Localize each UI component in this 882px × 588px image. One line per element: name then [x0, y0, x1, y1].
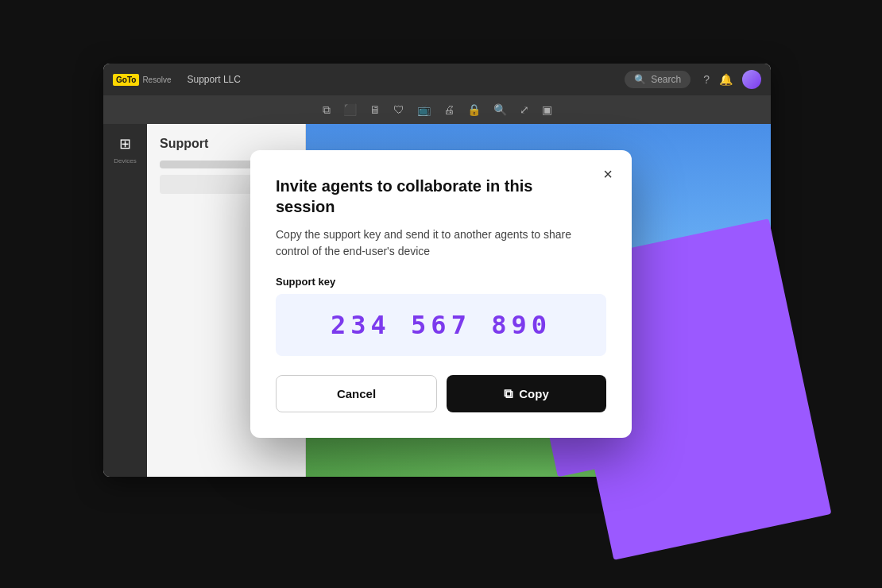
invite-modal: × Invite agents to collaborate in this s…: [250, 150, 632, 438]
modal-overlay: × Invite agents to collaborate in this s…: [0, 0, 882, 588]
copy-icon: ⧉: [504, 387, 513, 401]
copy-label: Copy: [519, 387, 549, 400]
modal-close-button[interactable]: ×: [600, 163, 616, 185]
copy-button[interactable]: ⧉ Copy: [447, 375, 606, 412]
modal-description: Copy the support key and send it to anot…: [276, 226, 606, 260]
cancel-button[interactable]: Cancel: [276, 375, 437, 412]
support-key-label: Support key: [276, 276, 606, 288]
support-key-value: 234 567 890: [331, 310, 551, 340]
support-key-box: 234 567 890: [276, 294, 606, 356]
modal-title: Invite agents to collaborate in this ses…: [276, 176, 606, 217]
modal-actions: Cancel ⧉ Copy: [276, 375, 606, 412]
